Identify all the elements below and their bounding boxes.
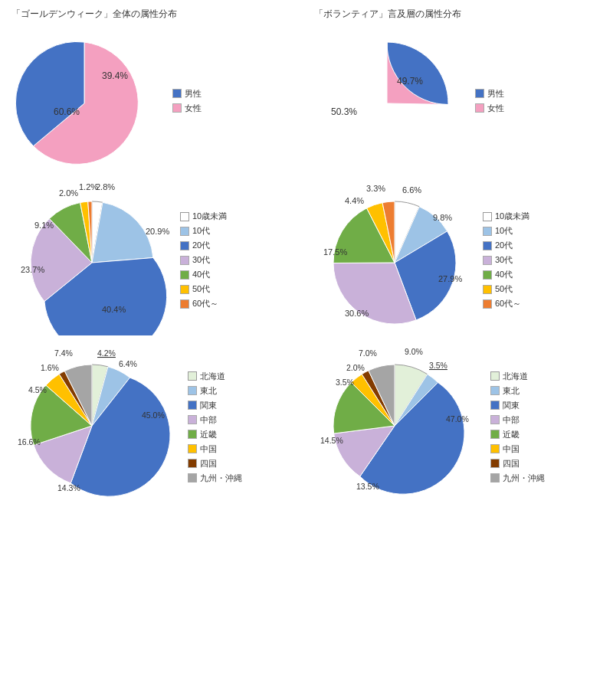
title-gender-left: 「ゴールデンウィーク」全体の属性分布 bbox=[11, 8, 177, 21]
svg-text:49.7%: 49.7% bbox=[397, 76, 423, 87]
gender-left-pie: 60.6% 39.4% bbox=[11, 27, 165, 175]
region-left-pie: 4.2% 6.4% 45.0% 14.3% 16.6% 4.5% 1.6% 7.… bbox=[11, 345, 180, 509]
svg-text:2.0%: 2.0% bbox=[59, 188, 78, 198]
age-left-pie: 20.9% 40.4% 23.7% 9.1% 2.0% 1.2% 2.8% bbox=[11, 182, 172, 338]
svg-text:2.0%: 2.0% bbox=[346, 363, 365, 372]
svg-text:47.0%: 47.0% bbox=[446, 414, 469, 424]
region-right-section: 9.0% 3.5% 47.0% 13.5% 14.5% 3.5% 2.0% 7.… bbox=[306, 345, 609, 509]
svg-text:3.5%: 3.5% bbox=[336, 378, 354, 387]
svg-text:3.5%: 3.5% bbox=[429, 361, 447, 370]
svg-text:14.5%: 14.5% bbox=[320, 436, 343, 445]
gender-right-pie: 49.7% 50.3% bbox=[314, 27, 467, 175]
svg-text:16.6%: 16.6% bbox=[18, 437, 41, 446]
svg-text:9.1%: 9.1% bbox=[34, 221, 54, 230]
legend-female: 女性 bbox=[172, 103, 202, 114]
legend-female-icon-r bbox=[475, 103, 484, 113]
svg-text:60.6%: 60.6% bbox=[54, 106, 80, 117]
age-legend-left: 10歳未満 10代 20代 30代 40代 bbox=[180, 211, 227, 309]
legend-female-label: 女性 bbox=[185, 103, 202, 114]
svg-text:27.9%: 27.9% bbox=[438, 274, 462, 283]
legend-male-label-r: 男性 bbox=[487, 88, 504, 100]
svg-text:6.4%: 6.4% bbox=[119, 359, 137, 368]
svg-text:40.4%: 40.4% bbox=[102, 305, 126, 314]
svg-text:9.8%: 9.8% bbox=[433, 213, 452, 222]
gender-left-section: 「ゴールデンウィーク」全体の属性分布 60.6% 39.4% bbox=[4, 8, 306, 175]
gender-legend-right: 男性 女性 bbox=[475, 88, 504, 114]
region-legend-left: 北海道 東北 関東 中部 近畿 bbox=[188, 371, 242, 484]
gender-left-chart-area: 60.6% 39.4% 男性 女性 bbox=[11, 27, 202, 175]
svg-text:6.6%: 6.6% bbox=[402, 185, 421, 195]
age-right-section: 6.6% 9.8% 27.9% 30.6% 17.5% 4.4% 3.3% 10… bbox=[306, 182, 609, 338]
svg-text:50.3%: 50.3% bbox=[331, 106, 357, 117]
svg-text:4.2%: 4.2% bbox=[97, 348, 116, 358]
age-left-section: 20.9% 40.4% 23.7% 9.1% 2.0% 1.2% 2.8% 10… bbox=[4, 182, 306, 338]
page: 「ゴールデンウィーク」全体の属性分布 60.6% 39.4% bbox=[0, 0, 613, 516]
region-left-section: 4.2% 6.4% 45.0% 14.3% 16.6% 4.5% 1.6% 7.… bbox=[4, 345, 306, 509]
svg-text:20.9%: 20.9% bbox=[146, 227, 169, 236]
legend-male: 男性 bbox=[172, 88, 202, 100]
svg-text:4.5%: 4.5% bbox=[28, 385, 47, 394]
svg-text:4.4%: 4.4% bbox=[345, 196, 364, 205]
svg-text:13.5%: 13.5% bbox=[356, 482, 379, 491]
legend-female-r: 女性 bbox=[475, 103, 504, 114]
age-right-chart-area: 6.6% 9.8% 27.9% 30.6% 17.5% 4.4% 3.3% 10… bbox=[314, 182, 529, 338]
svg-text:7.4%: 7.4% bbox=[54, 348, 73, 358]
legend-female-label-r: 女性 bbox=[487, 103, 504, 114]
svg-text:14.3%: 14.3% bbox=[57, 483, 80, 492]
svg-text:23.7%: 23.7% bbox=[21, 265, 44, 274]
svg-text:2.8%: 2.8% bbox=[96, 182, 115, 191]
region-legend-right: 北海道 東北 関東 中部 近畿 bbox=[490, 371, 545, 484]
region-right-pie: 9.0% 3.5% 47.0% 13.5% 14.5% 3.5% 2.0% 7.… bbox=[314, 345, 483, 509]
gender-right-chart-area: 49.7% 50.3% 男性 女性 bbox=[314, 27, 504, 175]
svg-text:3.3%: 3.3% bbox=[366, 184, 385, 193]
legend-male-icon-r bbox=[475, 89, 484, 98]
age-left-chart-area: 20.9% 40.4% 23.7% 9.1% 2.0% 1.2% 2.8% 10… bbox=[11, 182, 227, 338]
svg-text:9.0%: 9.0% bbox=[405, 347, 423, 356]
age-right-pie: 6.6% 9.8% 27.9% 30.6% 17.5% 4.4% 3.3% bbox=[314, 182, 475, 338]
legend-female-icon bbox=[172, 103, 182, 113]
age-legend-right: 10歳未満 10代 20代 30代 40代 bbox=[483, 211, 529, 309]
legend-male-icon bbox=[172, 89, 182, 98]
svg-text:17.5%: 17.5% bbox=[323, 247, 347, 257]
svg-text:45.0%: 45.0% bbox=[142, 411, 165, 420]
svg-text:39.4%: 39.4% bbox=[102, 70, 128, 81]
svg-text:1.6%: 1.6% bbox=[41, 363, 59, 372]
gender-right-section: 「ボランティア」言及層の属性分布 49.7% 50.3% bbox=[306, 8, 609, 175]
title-gender-right: 「ボランティア」言及層の属性分布 bbox=[314, 8, 461, 21]
region-right-chart-area: 9.0% 3.5% 47.0% 13.5% 14.5% 3.5% 2.0% 7.… bbox=[314, 345, 545, 509]
svg-text:7.0%: 7.0% bbox=[359, 348, 377, 358]
region-left-chart-area: 4.2% 6.4% 45.0% 14.3% 16.6% 4.5% 1.6% 7.… bbox=[11, 345, 242, 509]
legend-male-label: 男性 bbox=[185, 88, 202, 100]
gender-legend-left: 男性 女性 bbox=[172, 88, 202, 114]
svg-text:30.6%: 30.6% bbox=[345, 309, 369, 318]
legend-male-r: 男性 bbox=[475, 88, 504, 100]
